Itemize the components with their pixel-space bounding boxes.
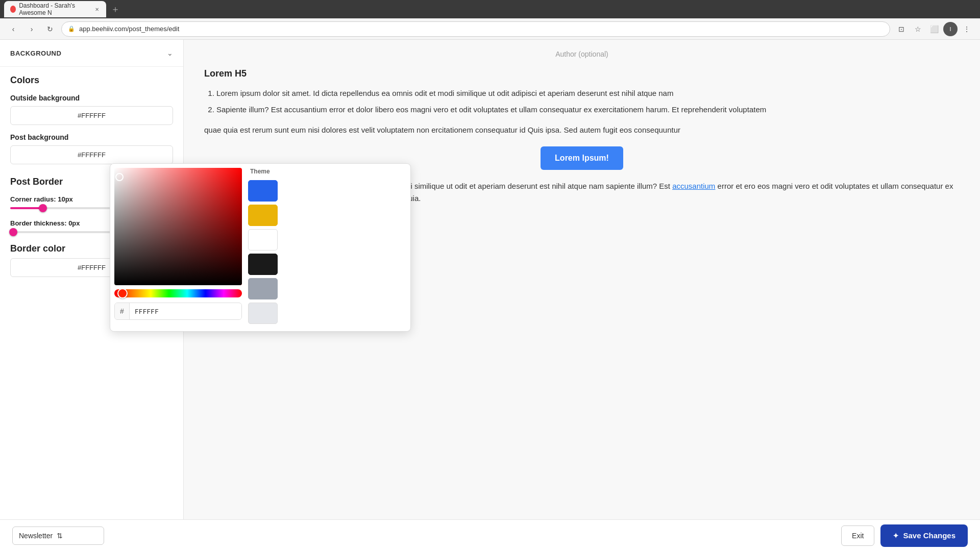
hex-value-input[interactable] (130, 304, 241, 319)
swatch-blue[interactable] (248, 180, 278, 202)
author-optional: Author (optional) (204, 50, 960, 58)
swatch-yellow[interactable] (248, 205, 278, 226)
gradient-dark-overlay (114, 168, 242, 285)
list-item-1: Lorem ipsum dolor sit amet. Id dicta rep… (216, 87, 960, 99)
browser-nav-bar: ‹ › ↻ 🔒 app.beehiiv.com/post_themes/edit… (0, 18, 980, 40)
swatch-light-gray[interactable] (248, 303, 278, 324)
tab-close-btn[interactable]: ✕ (94, 6, 100, 13)
color-picker-popup: # Theme (110, 163, 411, 332)
background-section-header[interactable]: BACKGROUND ⌄ (0, 40, 183, 67)
bookmark-icon[interactable]: ☆ (911, 22, 925, 36)
color-picker-left: # (114, 168, 242, 327)
tab-title: Dashboard - Sarah's Awesome N (19, 2, 91, 16)
gradient-cursor (115, 173, 124, 181)
menu-icon[interactable]: ⋮ (960, 22, 974, 36)
url-bar[interactable]: 🔒 app.beehiiv.com/post_themes/edit (61, 21, 890, 37)
background-section-title: BACKGROUND (10, 49, 61, 57)
content-heading-h5: Lorem H5 (204, 68, 960, 79)
exit-button[interactable]: Exit (841, 525, 874, 546)
swatch-black[interactable] (248, 254, 278, 275)
post-bg-label: Post background (10, 133, 173, 141)
content-ordered-list: Lorem ipsum dolor sit amet. Id dicta rep… (204, 87, 960, 116)
newsletter-label: Newsletter (19, 532, 53, 540)
swatch-white[interactable] (248, 229, 278, 251)
nav-extra-icons: ⊡ ☆ ⬜ I ⋮ (894, 22, 974, 36)
app-container: BACKGROUND ⌄ Colors Outside background #… (0, 40, 980, 551)
save-label: Save Changes (903, 531, 955, 540)
browser-tab-bar: Dashboard - Sarah's Awesome N ✕ ＋ (0, 0, 980, 18)
hex-input-row: # (114, 303, 242, 320)
hue-slider-row (114, 289, 242, 297)
new-tab-btn[interactable]: ＋ (108, 2, 122, 16)
cast-icon[interactable]: ⊡ (894, 22, 909, 36)
hue-slider-track[interactable] (114, 289, 242, 297)
bottom-right-actions: Exit ✦ Save Changes (841, 524, 968, 547)
newsletter-chevron-icon: ⇅ (57, 532, 63, 540)
post-bg-swatch[interactable]: #FFFFFF (10, 145, 173, 164)
save-icon: ✦ (893, 532, 899, 540)
extension-icon[interactable]: ⬜ (927, 22, 941, 36)
outside-bg-label: Outside background (10, 94, 173, 102)
cta-button[interactable]: Lorem Ipsum! (541, 146, 623, 170)
theme-swatches-section: Theme (248, 168, 278, 327)
content-paragraph-1: quae quia est rerum sunt eum nisi dolore… (204, 124, 960, 136)
chevron-down-icon: ⌄ (167, 49, 173, 57)
swatch-gray[interactable] (248, 278, 278, 299)
paragraph2-link2[interactable]: accusantium (672, 182, 715, 190)
url-text: app.beehiiv.com/post_themes/edit (79, 25, 179, 33)
forward-btn[interactable]: › (24, 22, 39, 36)
refresh-btn[interactable]: ↻ (43, 22, 57, 36)
back-btn[interactable]: ‹ (6, 22, 20, 36)
colors-title: Colors (10, 75, 173, 86)
lock-icon: 🔒 (68, 26, 75, 32)
save-changes-button[interactable]: ✦ Save Changes (880, 524, 968, 547)
outside-bg-swatch[interactable]: #FFFFFF (10, 106, 173, 125)
newsletter-select[interactable]: Newsletter ⇅ (12, 527, 104, 545)
theme-label: Theme (248, 168, 278, 175)
tab-favicon (10, 6, 16, 13)
list-item-2: Sapiente illum? Est accusantium error et… (216, 104, 960, 116)
color-gradient-box[interactable] (114, 168, 242, 285)
active-tab[interactable]: Dashboard - Sarah's Awesome N ✕ (4, 1, 106, 17)
hex-hash-label: # (115, 303, 130, 319)
profile-btn[interactable]: I (943, 22, 958, 36)
theme-swatches (248, 177, 278, 327)
hue-thumb (117, 288, 128, 298)
bottom-bar: Newsletter ⇅ Exit ✦ Save Changes (0, 519, 980, 551)
